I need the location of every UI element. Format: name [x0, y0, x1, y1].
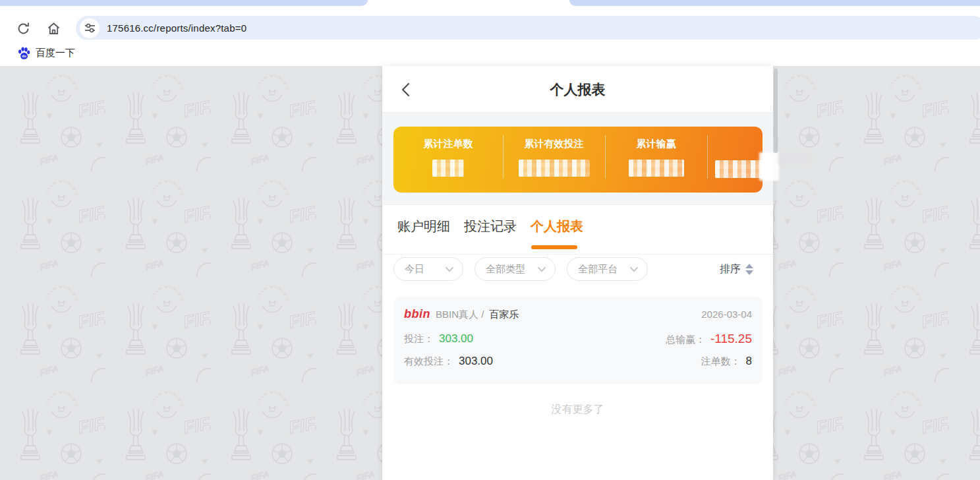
- redacted-value-overlay: [715, 160, 763, 178]
- chevron-down-icon: [629, 266, 639, 272]
- divider: [382, 254, 773, 255]
- tab-bet-records[interactable]: 投注记录: [464, 218, 517, 235]
- dropdown-label: 全部类型: [486, 263, 525, 276]
- no-more-text: 没有更多了: [382, 403, 773, 417]
- stat-value-redacted: [519, 160, 590, 177]
- valid-bet-value: 303.00: [459, 355, 493, 368]
- dropdown-label: 今日: [405, 263, 424, 276]
- tune-icon: [84, 22, 96, 34]
- stat-total-orders: 累计注单数: [393, 127, 503, 193]
- sort-button[interactable]: 排序: [720, 257, 753, 281]
- game-name: 百家乐: [489, 309, 519, 321]
- screen: 175616.cc/reports/index?tab=0 主 du 百度一下: [0, 0, 980, 480]
- chevron-down-icon: [445, 266, 454, 272]
- stat-valid-bets: 累计有效投注: [503, 127, 605, 193]
- stat-label: 累计注单数: [393, 138, 503, 150]
- svg-text:du: du: [22, 54, 26, 58]
- url-text: 175616.cc/reports/index?tab=0: [107, 22, 246, 34]
- browser-tab-strip-left: [0, 0, 368, 6]
- report-list: bbin BBIN真人 / 百家乐 2026-03-04 投注： 303.00 …: [382, 285, 773, 480]
- dropdown-label: 全部平台: [578, 263, 618, 276]
- report-card[interactable]: bbin BBIN真人 / 百家乐 2026-03-04 投注： 303.00 …: [393, 297, 763, 384]
- redaction-blur-tail: [778, 154, 810, 164]
- page-title: 个人报表: [382, 66, 773, 113]
- report-date: 2026-03-04: [701, 309, 752, 320]
- sort-label: 排序: [720, 262, 741, 276]
- address-bar[interactable]: 175616.cc/reports/index?tab=0: [76, 16, 980, 40]
- stats-summary-card: 累计注单数 累计有效投注 累计输赢: [393, 127, 763, 193]
- type-filter-dropdown[interactable]: 全部类型: [475, 257, 556, 281]
- back-button[interactable]: [398, 81, 415, 98]
- scrollbar-thumb[interactable]: [774, 69, 778, 153]
- stat-divider: [503, 135, 504, 179]
- bookmark-label: 百度一下: [36, 47, 75, 59]
- report-card-row-2: 投注： 303.00 总输赢： -115.25: [404, 331, 752, 347]
- site-settings-button[interactable]: [80, 18, 100, 38]
- bookmark-baidu[interactable]: du 百度一下: [17, 40, 75, 66]
- sort-arrows-icon: [745, 264, 753, 275]
- back-chevron-icon: [403, 84, 409, 96]
- stat-win-loss: 累计输赢: [605, 127, 707, 193]
- reload-icon[interactable]: [16, 21, 31, 36]
- order-count-value: 8: [746, 355, 752, 368]
- browser-tab-strip-right: [569, 0, 980, 6]
- stat-value-redacted: [432, 160, 464, 177]
- bet-value: 303.00: [439, 332, 473, 345]
- active-tab-underline: [531, 245, 577, 249]
- stat-value-redacted: [629, 160, 684, 177]
- home-icon[interactable]: [46, 21, 61, 36]
- order-count-label: 注单数：: [701, 355, 741, 368]
- tabs-section: 账户明细 投注记录 个人报表 今日 全部类型 全部平台: [382, 204, 773, 285]
- panel-header: 个人报表: [382, 66, 773, 113]
- report-panel: 个人报表 累计注单数 累计有效投注 累计输赢: [382, 66, 773, 480]
- platform-filter-dropdown[interactable]: 全部平台: [567, 257, 648, 281]
- bbin-logo: bbin: [404, 307, 430, 321]
- stat-divider: [605, 135, 606, 179]
- stat-label: 累计有效投注: [503, 138, 605, 150]
- total-winloss-value: -115.25: [710, 332, 752, 346]
- redaction-blur-patch: [759, 152, 779, 181]
- tab-account-detail[interactable]: 账户明细: [397, 218, 450, 235]
- bookmarks-bar: 主: [0, 40, 980, 66]
- report-card-title-row: bbin BBIN真人 / 百家乐 2026-03-04: [404, 306, 752, 322]
- chevron-down-icon: [537, 266, 546, 272]
- tab-personal-report[interactable]: 个人报表: [531, 218, 583, 235]
- browser-toolbar: 175616.cc/reports/index?tab=0: [0, 6, 980, 40]
- date-filter-dropdown[interactable]: 今日: [393, 257, 463, 281]
- valid-bet-label: 有效投注：: [404, 355, 453, 368]
- baidu-paw-icon: du: [17, 46, 31, 60]
- bet-label: 投注：: [404, 333, 434, 345]
- total-winloss-label: 总输赢：: [666, 334, 705, 346]
- tab-bar: 账户明细 投注记录 个人报表: [397, 218, 583, 235]
- stat-divider: [707, 135, 708, 179]
- stat-label: 累计输赢: [605, 138, 707, 150]
- stats-section: 累计注单数 累计有效投注 累计输赢: [382, 113, 773, 204]
- provider-name: BBIN真人 /: [436, 309, 484, 321]
- report-card-row-3: 有效投注： 303.00 注单数： 8: [404, 353, 752, 369]
